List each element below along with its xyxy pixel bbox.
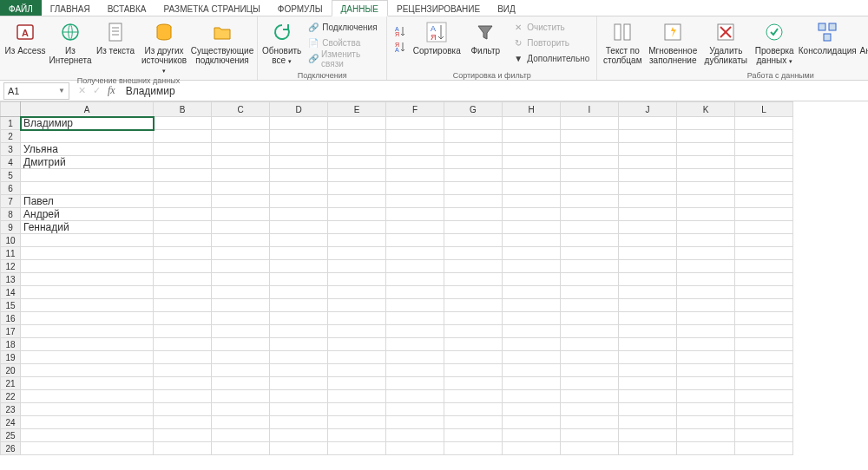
cell-D11[interactable] (270, 247, 328, 260)
cell-H8[interactable] (503, 208, 561, 221)
cell-I10[interactable] (561, 234, 619, 247)
cell-F11[interactable] (386, 247, 444, 260)
cell-C2[interactable] (212, 130, 270, 143)
cell-L18[interactable] (735, 338, 793, 351)
cell-A25[interactable] (21, 429, 154, 442)
cell-F6[interactable] (386, 182, 444, 195)
cell-L20[interactable] (735, 364, 793, 377)
cell-J26[interactable] (619, 442, 677, 455)
column-header-I[interactable]: I (561, 102, 619, 117)
cell-D23[interactable] (270, 403, 328, 416)
cell-G1[interactable] (444, 117, 503, 130)
cell-E15[interactable] (328, 299, 386, 312)
cell-D2[interactable] (270, 130, 328, 143)
cell-L12[interactable] (735, 260, 793, 273)
cell-H26[interactable] (503, 442, 561, 455)
clear-filter-button[interactable]: ✕Очистить (510, 20, 592, 35)
cell-H2[interactable] (503, 130, 561, 143)
cell-C22[interactable] (212, 390, 270, 403)
cell-A5[interactable] (21, 169, 154, 182)
cell-B4[interactable] (154, 156, 212, 169)
cell-E13[interactable] (328, 273, 386, 286)
cell-E14[interactable] (328, 286, 386, 299)
cell-L25[interactable] (735, 429, 793, 442)
name-box[interactable]: A1 ▼ (3, 82, 69, 100)
row-header-9[interactable]: 9 (1, 221, 21, 234)
cell-J5[interactable] (619, 169, 677, 182)
cell-H22[interactable] (503, 390, 561, 403)
cell-L4[interactable] (735, 156, 793, 169)
cell-G18[interactable] (444, 338, 503, 351)
row-header-22[interactable]: 22 (1, 390, 21, 403)
cell-G2[interactable] (444, 130, 503, 143)
cell-L6[interactable] (735, 182, 793, 195)
cell-C11[interactable] (212, 247, 270, 260)
cell-L26[interactable] (735, 442, 793, 455)
cell-H5[interactable] (503, 169, 561, 182)
cell-A6[interactable] (21, 182, 154, 195)
cell-B20[interactable] (154, 364, 212, 377)
row-header-14[interactable]: 14 (1, 286, 21, 299)
cell-J2[interactable] (619, 130, 677, 143)
cell-I20[interactable] (561, 364, 619, 377)
cell-E26[interactable] (328, 442, 386, 455)
row-header-15[interactable]: 15 (1, 299, 21, 312)
cell-C20[interactable] (212, 364, 270, 377)
cell-F14[interactable] (386, 286, 444, 299)
row-header-21[interactable]: 21 (1, 377, 21, 390)
cell-B7[interactable] (154, 195, 212, 208)
cell-I26[interactable] (561, 442, 619, 455)
cell-C21[interactable] (212, 377, 270, 390)
cell-G26[interactable] (444, 442, 503, 455)
cell-A17[interactable] (21, 325, 154, 338)
cell-G12[interactable] (444, 260, 503, 273)
cell-C10[interactable] (212, 234, 270, 247)
cell-K23[interactable] (677, 403, 735, 416)
cell-E17[interactable] (328, 325, 386, 338)
cell-D21[interactable] (270, 377, 328, 390)
reapply-button[interactable]: ↻Повторить (510, 36, 592, 50)
cell-H19[interactable] (503, 351, 561, 364)
cell-D1[interactable] (270, 117, 328, 130)
cell-H20[interactable] (503, 364, 561, 377)
column-header-E[interactable]: E (328, 102, 386, 117)
cell-A24[interactable] (21, 416, 154, 429)
cell-I21[interactable] (561, 377, 619, 390)
cell-H21[interactable] (503, 377, 561, 390)
cell-B10[interactable] (154, 234, 212, 247)
advanced-filter-button[interactable]: ▼Дополнительно (510, 51, 592, 66)
consolidate-button[interactable]: Консолидация (799, 18, 855, 55)
cell-L22[interactable] (735, 390, 793, 403)
cell-F19[interactable] (386, 351, 444, 364)
text-to-columns-button[interactable]: Текст по столбцам (602, 18, 643, 65)
row-header-3[interactable]: 3 (1, 143, 21, 156)
cell-E19[interactable] (328, 351, 386, 364)
cell-J8[interactable] (619, 208, 677, 221)
cell-K12[interactable] (677, 260, 735, 273)
cell-E3[interactable] (328, 143, 386, 156)
cell-D4[interactable] (270, 156, 328, 169)
cell-D6[interactable] (270, 182, 328, 195)
cell-F18[interactable] (386, 338, 444, 351)
row-header-8[interactable]: 8 (1, 208, 21, 221)
cell-F21[interactable] (386, 377, 444, 390)
cell-A7[interactable]: Павел (21, 195, 154, 208)
cell-F20[interactable] (386, 364, 444, 377)
cell-I6[interactable] (561, 182, 619, 195)
cell-G20[interactable] (444, 364, 503, 377)
cell-D20[interactable] (270, 364, 328, 377)
cell-D16[interactable] (270, 312, 328, 325)
cell-K19[interactable] (677, 351, 735, 364)
cell-G8[interactable] (444, 208, 503, 221)
cell-L23[interactable] (735, 403, 793, 416)
cell-C24[interactable] (212, 416, 270, 429)
cell-H16[interactable] (503, 312, 561, 325)
cell-J3[interactable] (619, 143, 677, 156)
cell-E2[interactable] (328, 130, 386, 143)
cell-L13[interactable] (735, 273, 793, 286)
column-header-F[interactable]: F (386, 102, 444, 117)
cell-C4[interactable] (212, 156, 270, 169)
cell-F10[interactable] (386, 234, 444, 247)
cell-B2[interactable] (154, 130, 212, 143)
cell-A13[interactable] (21, 273, 154, 286)
